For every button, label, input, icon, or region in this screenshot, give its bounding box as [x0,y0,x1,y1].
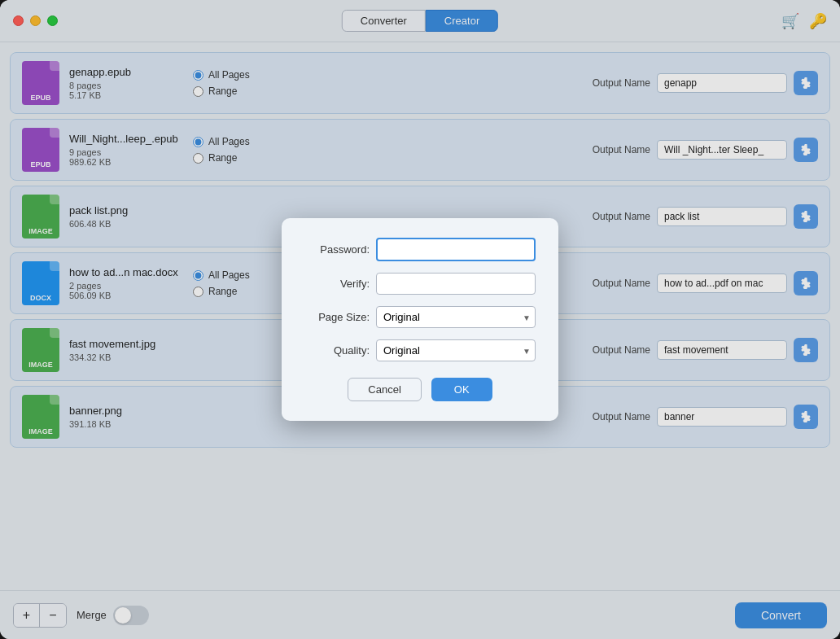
verify-input[interactable] [376,273,536,295]
app-window: Converter Creator 🛒 🔑 EPUB genapp.epub 8… [0,0,840,639]
quality-select-wrap: Original High Medium Low ▼ [376,339,536,361]
quality-label: Quality: [304,344,370,357]
modal-ok-button[interactable]: OK [431,378,492,401]
modal-overlay: Password: Verify: Page Size: Original A4… [0,0,840,639]
page-size-label: Page Size: [304,311,370,323]
password-input[interactable] [376,238,536,261]
quality-field-row: Quality: Original High Medium Low ▼ [304,339,536,361]
quality-select[interactable]: Original High Medium Low [376,339,536,361]
password-modal: Password: Verify: Page Size: Original A4… [282,218,558,421]
page-size-field-row: Page Size: Original A4 Letter Legal ▼ [304,306,536,328]
password-label: Password: [304,243,370,256]
verify-field-row: Verify: [304,273,536,295]
modal-buttons: Cancel OK [304,378,536,401]
modal-cancel-button[interactable]: Cancel [348,378,421,401]
password-field-row: Password: [304,238,536,261]
verify-label: Verify: [304,278,370,290]
page-size-select[interactable]: Original A4 Letter Legal [376,306,536,328]
page-size-select-wrap: Original A4 Letter Legal ▼ [376,306,536,328]
